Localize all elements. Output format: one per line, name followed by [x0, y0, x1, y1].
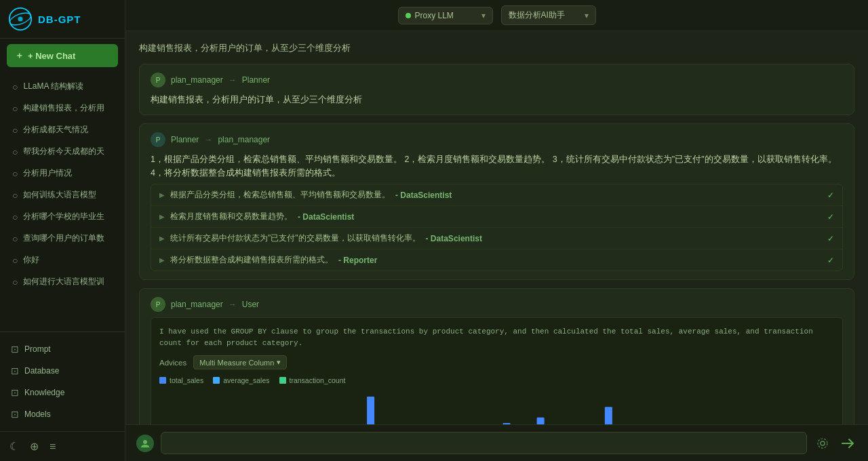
settings-icon-button[interactable]: [814, 435, 831, 452]
chat-area: 构建销售报表，分析用户的订单，从至少三个维度分析 P plan_manager …: [125, 31, 868, 424]
msg-to-chart: User: [242, 300, 259, 309]
tri-icon-2: ▶: [159, 235, 165, 242]
chart-svg-wrap: 020k40k60k80k100ktotal_salesAir conditio…: [159, 390, 834, 424]
user-avatar: [136, 435, 154, 452]
task-text-3: 将分析数据整合成构建销售报表所需的格式。: [170, 254, 333, 266]
sidebar-item-train[interactable]: ○如何训练大语言模型: [4, 184, 121, 205]
task-list: ▶ 根据产品分类分组，检索总销售额、平均销售额和交易数量。 - DataScie…: [151, 184, 843, 271]
new-chat-button[interactable]: ＋ + New Chat: [7, 44, 118, 67]
sidebar-item-orders[interactable]: ○查询哪个用户的订单数: [4, 228, 121, 249]
bottom-nav-item-prompt[interactable]: ⊡Prompt: [4, 339, 121, 359]
nav-label-hi: 你好: [23, 254, 39, 266]
chat-input[interactable]: [161, 432, 807, 454]
svg-point-90: [821, 441, 825, 445]
settings-icon: [816, 437, 829, 449]
sidebar-item-user[interactable]: ○分析用户情况: [4, 163, 121, 184]
msg-header-2: P Planner → plan_manager: [151, 132, 843, 147]
main-content: Proxy LLM ▾ 数据分析AI助手 ▾ 构建销售报表，分析用户的订单，从至…: [125, 0, 868, 461]
msg-from-2: Planner: [171, 135, 199, 144]
sidebar-item-analyze[interactable]: ○帮我分析今天成都的天: [4, 141, 121, 162]
msg-body-2: 1，根据产品分类分组，检索总销售额、平均销售额和交易数量。 2，检索月度销售额和…: [151, 153, 843, 180]
llm-selector[interactable]: Proxy LLM ▾: [398, 7, 493, 24]
legend-dot-2: [279, 377, 286, 384]
avatar-plan-manager-2: P: [151, 297, 165, 312]
arrow-icon-chart: →: [229, 300, 237, 309]
nav-label-graduates: 分析哪个学校的毕业生: [23, 211, 104, 222]
sidebar-item-hi[interactable]: ○你好: [4, 249, 121, 270]
legend-item-1: average_sales: [213, 376, 269, 384]
task-tag-2: - DataScientist: [426, 234, 482, 243]
legend-item-0: total_sales: [159, 376, 203, 384]
nav-label-llm: 如何进行大语言模型训: [23, 276, 104, 287]
input-area: [125, 424, 868, 461]
nav-label-orders: 查询哪个用户的订单数: [23, 233, 104, 244]
task-item-0[interactable]: ▶ 根据产品分类分组，检索总销售额、平均销售额和交易数量。 - DataScie…: [151, 184, 842, 206]
tri-icon-0: ▶: [159, 191, 165, 199]
bar-chart: 020k40k60k80k100ktotal_salesAir conditio…: [159, 390, 810, 424]
nav-icon-orders: ○: [12, 233, 18, 244]
bottom-label-models: Models: [24, 409, 51, 419]
sidebar-item-llama[interactable]: ○LLaMA 结构解读: [4, 76, 121, 97]
assistant-selector[interactable]: 数据分析AI助手 ▾: [501, 5, 596, 25]
topbar: Proxy LLM ▾ 数据分析AI助手 ▾: [125, 0, 868, 31]
bottom-label-knowledge: Knowledge: [24, 388, 64, 397]
msg-body-1: 构建销售报表，分析用户的订单，从至少三个维度分析: [151, 93, 843, 106]
chart-controls: Advices Multi Measure Column ▾: [159, 355, 834, 369]
task-item-2[interactable]: ▶ 统计所有交易中付款状态为"已支付"的交易数量，以获取销售转化率。 - Dat…: [151, 228, 842, 249]
chart-container: I have used the GROUP BY clause to group…: [151, 317, 843, 424]
bottom-icon-database: ⊡: [11, 365, 19, 376]
check-icon-3: ✓: [827, 256, 834, 265]
status-dot: [406, 13, 411, 18]
bottom-icon-models: ⊡: [11, 409, 19, 420]
svg-rect-36: [367, 397, 374, 424]
svg-rect-56: [537, 418, 545, 424]
chevron-down-icon-2: ▾: [585, 11, 589, 20]
bottom-icon-knowledge: ⊡: [11, 387, 19, 398]
chart-description: I have used the GROUP BY clause to group…: [159, 326, 834, 348]
nav-icon-llama: ○: [12, 81, 18, 92]
logo-text: DB-GPT: [38, 14, 81, 25]
page-title: 构建销售报表，分析用户的订单，从至少三个维度分析: [139, 42, 854, 54]
bottom-label-database: Database: [24, 366, 59, 376]
chart-legend: total_salesaverage_salestransaction_coun…: [159, 376, 834, 384]
svg-point-89: [143, 440, 147, 444]
send-icon: [841, 437, 854, 450]
chart-select-value: Multi Measure Column: [199, 359, 274, 367]
legend-label-2: transaction_count: [290, 376, 346, 384]
avatar-plan-manager: P: [151, 73, 165, 87]
language-icon[interactable]: ⊕: [27, 437, 41, 456]
bottom-icon-prompt: ⊡: [11, 344, 19, 355]
msg-from-1: plan_manager: [171, 75, 223, 85]
menu-icon[interactable]: ≡: [47, 438, 58, 456]
svg-point-91: [818, 439, 827, 448]
bottom-label-prompt: Prompt: [24, 344, 51, 354]
legend-dot-0: [159, 377, 166, 384]
nav-label-train: 如何训练大语言模型: [23, 189, 96, 201]
sidebar-footer: ☾ ⊕ ≡: [0, 431, 125, 461]
msg-from-chart: plan_manager: [171, 300, 223, 309]
nav-label-weather: 分析成都天气情况: [23, 124, 88, 136]
nav-icon-train: ○: [12, 190, 18, 201]
task-item-3[interactable]: ▶ 将分析数据整合成构建销售报表所需的格式。 - Reporter ✓: [151, 249, 842, 270]
sidebar-item-llm[interactable]: ○如何进行大语言模型训: [4, 271, 121, 292]
theme-toggle-icon[interactable]: ☾: [7, 437, 22, 456]
task-item-1[interactable]: ▶ 检索月度销售额和交易数量趋势。 - DataScientist ✓: [151, 206, 842, 228]
legend-dot-1: [213, 377, 220, 384]
task-tag-0: - DataScientist: [395, 191, 452, 200]
bottom-nav-item-models[interactable]: ⊡Models: [4, 404, 121, 424]
send-button[interactable]: [838, 434, 857, 453]
user-icon: [140, 438, 151, 449]
sidebar-nav: ○LLaMA 结构解读○构建销售报表，分析用○分析成都天气情况○帮我分析今天成都…: [0, 73, 125, 332]
nav-icon-analyze: ○: [12, 146, 18, 157]
task-text-0: 根据产品分类分组，检索总销售额、平均销售额和交易数量。: [170, 189, 390, 201]
bottom-nav-item-database[interactable]: ⊡Database: [4, 361, 121, 381]
bottom-nav-item-knowledge[interactable]: ⊡Knowledge: [4, 382, 121, 403]
sidebar-item-graduates[interactable]: ○分析哪个学校的毕业生: [4, 206, 121, 227]
sidebar-item-sales[interactable]: ○构建销售报表，分析用: [4, 98, 121, 119]
chart-type-selector[interactable]: Multi Measure Column ▾: [193, 355, 287, 369]
legend-item-2: transaction_count: [279, 376, 346, 384]
sidebar-item-weather[interactable]: ○分析成都天气情况: [4, 119, 121, 140]
arrow-icon-1: →: [229, 75, 237, 85]
message-chart: P plan_manager → User I have used the GR…: [139, 288, 854, 424]
nav-icon-graduates: ○: [12, 212, 18, 222]
